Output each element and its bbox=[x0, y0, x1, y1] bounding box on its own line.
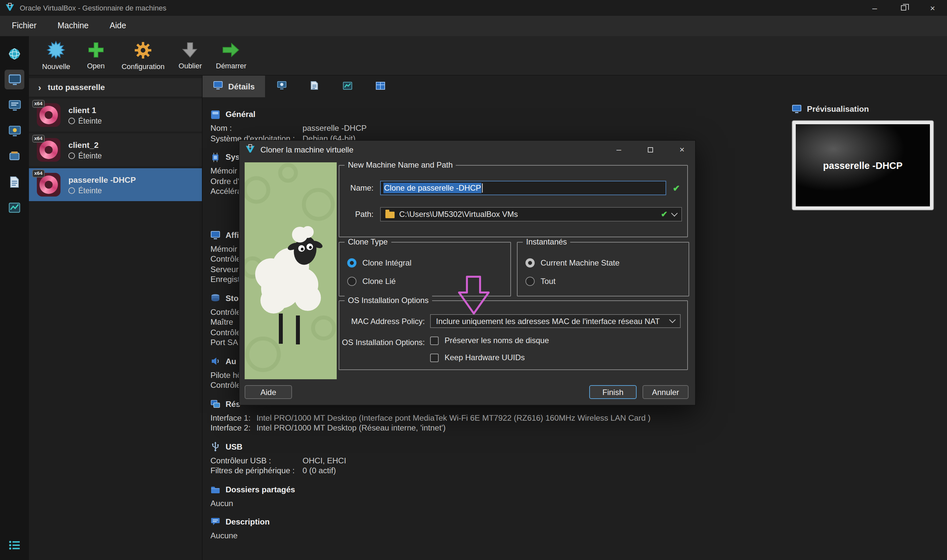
detail-label: Interface 2: bbox=[211, 423, 257, 434]
vm-group-header[interactable]: › tuto passerelle bbox=[29, 78, 202, 97]
group-label: OS Installation Options bbox=[345, 296, 432, 306]
menu-machine[interactable]: Machine bbox=[47, 16, 99, 36]
arch-badge: x64 bbox=[32, 169, 45, 177]
tab-logs[interactable] bbox=[298, 75, 331, 97]
table-grid-icon bbox=[376, 81, 385, 92]
gear-icon bbox=[134, 41, 152, 61]
rail-machines-icon[interactable] bbox=[5, 70, 24, 89]
radio-label: Clone Lié bbox=[362, 277, 396, 286]
checkbox-label: Keep Hardware UUIDs bbox=[445, 353, 525, 362]
section-general: Général Nom :passerelle -DHCP Système d'… bbox=[211, 109, 776, 144]
os-installation-options-group: OS Installation Options MAC Address Poli… bbox=[339, 300, 688, 370]
mac-policy-label: MAC Address Policy: bbox=[339, 317, 425, 326]
rail-notifications-icon[interactable] bbox=[5, 535, 24, 555]
tab-file-manager[interactable] bbox=[364, 75, 397, 97]
radio-unselected-icon bbox=[525, 277, 535, 286]
new-vm-button[interactable]: Nouvelle bbox=[37, 37, 75, 74]
arrow-right-icon bbox=[222, 42, 240, 60]
dialog-close-icon[interactable]: × bbox=[669, 141, 695, 158]
path-value: C:\Users\UM5302\VirtualBox VMs bbox=[399, 210, 656, 219]
vm-state-label: Éteinte bbox=[78, 186, 102, 194]
dialog-maximize-icon[interactable] bbox=[637, 141, 664, 158]
preview-title: Prévisualisation bbox=[807, 104, 869, 113]
detail-label: Contrôle bbox=[211, 328, 241, 338]
settings-button[interactable]: Configuration bbox=[116, 37, 170, 74]
group-label: New Machine Name and Path bbox=[345, 160, 456, 170]
path-label: Path: bbox=[345, 210, 374, 219]
section-title: Description bbox=[226, 517, 269, 526]
restore-icon[interactable] bbox=[889, 0, 918, 16]
rail-logs-icon[interactable] bbox=[5, 172, 24, 192]
detail-label: Pilote hô bbox=[211, 370, 242, 380]
checkbox-preserve-disk-names[interactable]: Préserver les noms de disque bbox=[430, 336, 549, 345]
section-title: Rés bbox=[226, 399, 240, 409]
section-title: Affi bbox=[226, 230, 239, 240]
radio-clone-lie[interactable]: Clone Lié bbox=[347, 277, 396, 286]
detail-label: Contrôle bbox=[211, 254, 241, 265]
virtualbox-logo-icon bbox=[245, 144, 255, 155]
radio-unselected-icon bbox=[347, 277, 356, 286]
detail-label: Ordre d' bbox=[211, 177, 239, 187]
detail-value: Aucune bbox=[211, 531, 238, 541]
tab-snapshots[interactable] bbox=[265, 75, 298, 97]
checkbox-keep-hardware-uuids[interactable]: Keep Hardware UUIDs bbox=[430, 353, 525, 362]
radio-current-machine-state[interactable]: Current Machine State bbox=[525, 258, 619, 268]
cancel-button[interactable]: Annuler bbox=[642, 385, 688, 399]
chevron-down-icon bbox=[671, 210, 678, 216]
virtualbox-logo-icon bbox=[5, 2, 14, 14]
rail-media-icon[interactable] bbox=[5, 146, 24, 166]
path-combo[interactable]: C:\Users\UM5302\VirtualBox VMs ✔ bbox=[380, 207, 682, 222]
name-input[interactable]: Clone de passerelle -DHCP bbox=[380, 181, 666, 195]
vm-name: client 1 bbox=[68, 106, 96, 115]
section-title: Général bbox=[226, 110, 256, 119]
toolbar-button-label: Démarrer bbox=[216, 62, 246, 70]
vm-row-client-1[interactable]: x64 client 1 Éteinte bbox=[29, 98, 202, 131]
rail-home-globe-icon[interactable] bbox=[5, 44, 24, 64]
mac-policy-value: Inclure uniquement les adresses MAC de l… bbox=[436, 317, 666, 326]
storage-icon bbox=[211, 293, 220, 303]
finish-button[interactable]: Finish bbox=[589, 385, 637, 399]
close-icon[interactable]: × bbox=[918, 0, 947, 16]
sheep-illustration bbox=[245, 162, 337, 379]
rail-snapshots-icon[interactable] bbox=[5, 121, 24, 141]
group-label: Clone Type bbox=[345, 237, 391, 247]
help-button[interactable]: Aide bbox=[245, 385, 292, 399]
tab-details[interactable]: Détails bbox=[203, 75, 265, 97]
tools-rail bbox=[0, 36, 29, 560]
detail-label: Nom : bbox=[211, 123, 302, 134]
discard-button[interactable]: Oublier bbox=[171, 37, 209, 74]
dialog-titlebar: Cloner la machine virtuelle – × bbox=[239, 141, 695, 158]
open-button[interactable]: Open bbox=[77, 37, 115, 74]
tab-activity[interactable] bbox=[331, 75, 364, 97]
detail-label: Port SA bbox=[211, 338, 238, 348]
group-label: Instantanés bbox=[523, 237, 570, 247]
detail-label: Accéléra bbox=[211, 187, 242, 197]
tab-details-label: Détails bbox=[228, 82, 255, 91]
details-tabs: Détails bbox=[203, 75, 782, 97]
rail-details-icon[interactable] bbox=[5, 95, 24, 115]
vm-os-icon: x64 bbox=[37, 103, 60, 127]
rail-activity-icon[interactable] bbox=[5, 198, 24, 218]
plus-icon bbox=[88, 42, 105, 60]
details-monitor-icon bbox=[213, 81, 223, 92]
minimize-icon[interactable]: – bbox=[860, 0, 889, 16]
arch-badge: x64 bbox=[32, 100, 45, 108]
section-description: Description Aucune bbox=[211, 517, 776, 541]
checkbox-icon bbox=[430, 353, 439, 362]
radio-label: Current Machine State bbox=[540, 258, 619, 268]
mac-policy-dropdown[interactable]: Inclure uniquement les adresses MAC de l… bbox=[430, 314, 681, 328]
menu-fichier[interactable]: Fichier bbox=[1, 16, 47, 36]
vm-row-passerelle-dhcp[interactable]: x64 passerelle -DHCP Éteinte bbox=[29, 168, 202, 201]
radio-selected-icon bbox=[525, 258, 535, 268]
checkbox-label: Préserver les noms de disque bbox=[445, 336, 549, 345]
description-bubble-icon bbox=[211, 517, 220, 527]
toolbar: Nouvelle Open Configuration bbox=[29, 36, 947, 75]
radio-clone-integral[interactable]: Clone Intégral bbox=[347, 258, 411, 268]
name-path-group: New Machine Name and Path Name: Clone de… bbox=[339, 165, 688, 237]
dialog-minimize-icon[interactable]: – bbox=[606, 141, 632, 158]
vm-row-client-2[interactable]: x64 client_2 Éteinte bbox=[29, 134, 202, 166]
menu-aide[interactable]: Aide bbox=[99, 16, 137, 36]
start-button[interactable]: Démarrer bbox=[211, 37, 252, 74]
section-title: USB bbox=[226, 442, 242, 451]
radio-tout[interactable]: Tout bbox=[525, 277, 555, 286]
